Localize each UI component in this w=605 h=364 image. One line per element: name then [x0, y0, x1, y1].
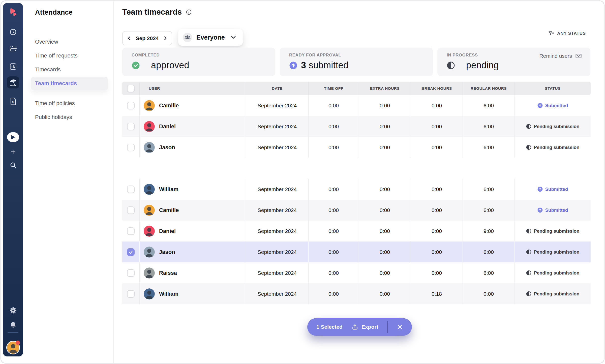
- rail-divider: [8, 332, 18, 333]
- table-row[interactable]: DanielSeptember 20240:000:000:009:00Pend…: [122, 221, 591, 241]
- reports-chart-icon[interactable]: [9, 63, 17, 70]
- sidebar-item-team-timecards[interactable]: Team timecards: [31, 77, 108, 90]
- sidebar-item-overview[interactable]: Overview: [23, 35, 113, 49]
- user-cell: William: [139, 283, 246, 304]
- extra-hours-cell: 0:00: [359, 200, 411, 221]
- people-filter-label: Everyone: [196, 34, 225, 41]
- row-checkbox-cell: [122, 221, 139, 241]
- column-header-extra-hours[interactable]: EXTRA HOURS: [359, 82, 411, 95]
- row-checkbox[interactable]: [127, 102, 135, 109]
- current-user-avatar[interactable]: [6, 341, 20, 354]
- status-cell: Submitted: [515, 179, 591, 200]
- table-row[interactable]: WilliamSeptember 20240:000:000:180:00Pen…: [122, 283, 591, 304]
- selection-action-bar: 1 Selected Export: [307, 318, 412, 336]
- status-cell: Pending submission: [515, 241, 591, 262]
- status-filter[interactable]: ANY STATUS: [548, 31, 586, 36]
- user-cell: Camille: [139, 200, 246, 221]
- row-checkbox-cell: [122, 283, 139, 304]
- summary-card-value-row: 3 submitted: [289, 60, 433, 71]
- status-label: Submitted: [545, 103, 568, 108]
- pending-icon: [526, 270, 531, 276]
- row-checkbox[interactable]: [127, 269, 135, 277]
- people-icon: [183, 33, 192, 42]
- remind-users-button[interactable]: Remind users: [539, 53, 582, 59]
- row-checkbox[interactable]: [127, 206, 135, 214]
- break-hours-cell: 0:00: [411, 221, 463, 241]
- pending-icon: [526, 291, 531, 296]
- user-avatar: [144, 184, 155, 195]
- date-cell: September 2024: [246, 116, 308, 137]
- summary-card-value: 3 submitted: [301, 60, 348, 71]
- row-checkbox[interactable]: [127, 227, 135, 235]
- status-cell: Pending submission: [515, 137, 591, 158]
- user-cell: Jason: [139, 241, 246, 262]
- play-button[interactable]: [7, 132, 19, 142]
- table-row[interactable]: JasonSeptember 20240:000:000:006:00Pendi…: [122, 241, 591, 262]
- user-name: William: [159, 291, 178, 297]
- date-cell: September 2024: [246, 200, 308, 221]
- row-checkbox[interactable]: [127, 248, 135, 256]
- break-hours-cell: 0:00: [411, 262, 463, 283]
- status-label: Pending submission: [534, 270, 580, 276]
- row-checkbox[interactable]: [127, 144, 135, 151]
- prev-month-button[interactable]: [127, 36, 131, 41]
- row-checkbox-cell: [122, 179, 139, 200]
- time-off-cell: 0:00: [308, 200, 359, 221]
- break-hours-cell: 0:00: [411, 200, 463, 221]
- summary-card: READY FOR APPROVAL3 submitted: [280, 48, 433, 76]
- time-off-umbrella-icon[interactable]: [7, 76, 19, 88]
- table-row[interactable]: WilliamSeptember 20240:000:000:006:00Sub…: [122, 179, 591, 200]
- column-header-user[interactable]: USER: [139, 82, 246, 95]
- row-checkbox[interactable]: [127, 186, 135, 193]
- folder-icon[interactable]: [9, 45, 17, 52]
- notifications-bell-icon[interactable]: [10, 321, 17, 328]
- user-name: Jason: [159, 249, 175, 255]
- people-filter-dropdown[interactable]: Everyone: [178, 29, 243, 46]
- column-header-regular-hours[interactable]: REGULAR HOURS: [463, 82, 515, 95]
- user-avatar: [144, 267, 155, 279]
- column-header-status[interactable]: STATUS: [515, 82, 591, 95]
- column-header-time-off[interactable]: TIME OFF: [308, 82, 359, 95]
- select-all-checkbox[interactable]: [127, 85, 135, 92]
- row-checkbox[interactable]: [127, 123, 135, 130]
- table-row[interactable]: RaissaSeptember 20240:000:000:006:00Pend…: [122, 262, 591, 283]
- sidebar-item-time-off-policies[interactable]: Time off policies: [23, 96, 113, 110]
- payroll-document-icon[interactable]: $: [10, 98, 17, 105]
- row-checkbox-cell: [122, 241, 139, 262]
- table-row[interactable]: CamilleSeptember 20240:000:000:006:00Sub…: [122, 200, 591, 221]
- date-cell: September 2024: [246, 137, 308, 158]
- table-header: USERDATETIME OFFEXTRA HOURSBREAK HOURSRE…: [122, 82, 591, 95]
- close-icon[interactable]: [397, 324, 403, 330]
- time-tracking-icon[interactable]: [9, 28, 17, 36]
- column-header-break-hours[interactable]: BREAK HOURS: [411, 82, 463, 95]
- table-row[interactable]: CamilleSeptember 20240:000:000:006:00Sub…: [122, 95, 591, 116]
- add-icon[interactable]: [10, 148, 17, 155]
- sidebar-item-public-holidays[interactable]: Public holidays: [23, 110, 113, 124]
- export-button[interactable]: Export: [352, 324, 378, 330]
- settings-gear-icon[interactable]: [9, 307, 17, 314]
- time-off-cell: 0:00: [308, 262, 359, 283]
- summary-cards: COMPLETEDapprovedREADY FOR APPROVAL3 sub…: [122, 48, 590, 76]
- time-off-cell: 0:00: [308, 95, 359, 116]
- status-label: Pending submission: [534, 249, 580, 255]
- row-checkbox-cell: [122, 116, 139, 137]
- info-icon[interactable]: [186, 9, 192, 15]
- table-row[interactable]: DanielSeptember 20240:000:000:006:00Pend…: [122, 116, 591, 137]
- extra-hours-cell: 0:00: [359, 179, 411, 200]
- sidebar-title: Attendance: [35, 9, 73, 16]
- sidebar-item-time-off-requests[interactable]: Time off requests: [23, 49, 113, 63]
- regular-hours-cell: 6:00: [463, 200, 515, 221]
- break-hours-cell: 0:00: [411, 179, 463, 200]
- summary-card-value-row: pending: [447, 60, 590, 71]
- column-header-date[interactable]: DATE: [246, 82, 308, 95]
- status-label: Submitted: [545, 207, 568, 213]
- date-cell: September 2024: [246, 221, 308, 241]
- select-all-cell: [122, 82, 139, 95]
- row-checkbox[interactable]: [127, 290, 135, 298]
- next-month-button[interactable]: [163, 36, 168, 41]
- timecards-table: USERDATETIME OFFEXTRA HOURSBREAK HOURSRE…: [122, 82, 591, 304]
- table-row[interactable]: JasonSeptember 20240:000:000:006:00Pendi…: [122, 137, 591, 158]
- search-icon[interactable]: [10, 162, 17, 169]
- time-off-cell: 0:00: [308, 241, 359, 262]
- sidebar-item-timecards[interactable]: Timecards: [23, 63, 113, 76]
